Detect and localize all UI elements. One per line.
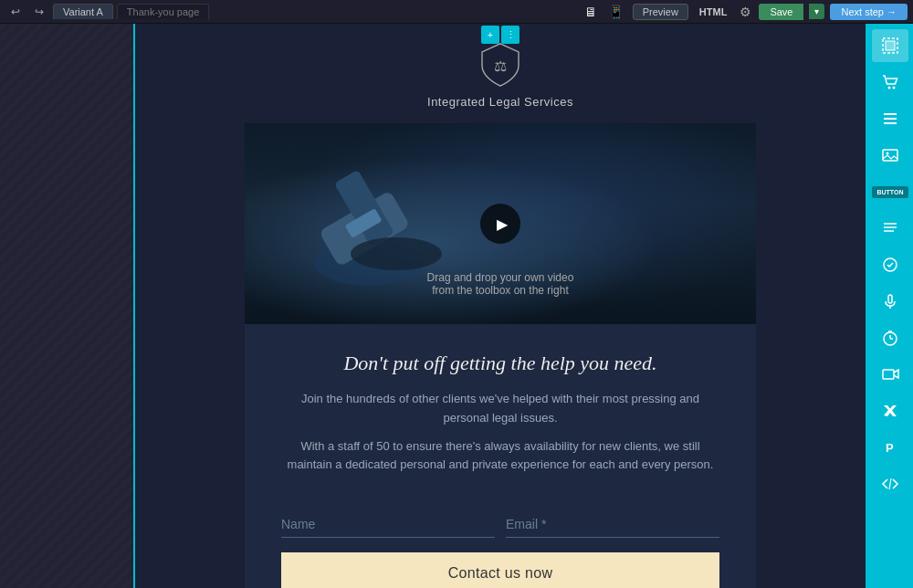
logo-title: Integrated Legal Services — [427, 95, 573, 109]
video-placeholder-text: Drag and drop your own video from the to… — [427, 271, 574, 297]
play-button[interactable]: ▶ — [480, 204, 520, 244]
video-section: ▶ Drag and drop your own video from the … — [245, 123, 756, 324]
variant-tab[interactable]: Variant A — [53, 4, 113, 19]
sidebar-tool-text[interactable] — [872, 212, 908, 245]
paragraph-2: With a staff of 50 to ensure there's alw… — [281, 437, 719, 476]
thankyou-tab[interactable]: Thank-you page — [117, 4, 210, 19]
twitter-icon — [881, 402, 899, 420]
video-play-icon — [881, 365, 899, 383]
image-icon — [881, 146, 899, 164]
code-icon — [881, 475, 899, 493]
text-section: Don't put off getting the help you need.… — [245, 324, 756, 502]
logo-icon: ⚖ — [477, 42, 523, 88]
sidebar-tool-cart[interactable] — [872, 66, 908, 99]
html-button[interactable]: HTML — [694, 5, 733, 19]
next-step-button[interactable]: Next step → — [830, 4, 908, 20]
email-input[interactable] — [506, 511, 719, 538]
preview-button[interactable]: Preview — [633, 4, 688, 20]
canvas-move-button[interactable]: ⋮ — [501, 26, 519, 44]
sidebar-tool-menu[interactable] — [872, 102, 908, 135]
svg-point-8 — [888, 87, 891, 89]
device-switcher: 🖥 📱 — [580, 3, 627, 21]
page-content: ⚖ Integrated Legal Services ▶ — [135, 24, 866, 588]
svg-rect-7 — [886, 41, 895, 50]
menu-icon — [881, 110, 899, 128]
desktop-view-button[interactable]: 🖥 — [580, 3, 602, 21]
audio-icon — [881, 292, 899, 310]
svg-line-27 — [889, 478, 891, 489]
contact-button[interactable]: Contact us now — [281, 552, 719, 588]
button-tool-label: BUTTON — [872, 186, 908, 198]
canvas: + ⋮ ⚖ Integrated Legal Services — [135, 24, 867, 588]
text-lines-icon — [881, 219, 899, 237]
sidebar-tool-video[interactable] — [872, 358, 908, 391]
save-dropdown-button[interactable]: ▾ — [809, 4, 824, 19]
main-headline: Don't put off getting the help you need. — [281, 352, 719, 375]
sidebar-tool-image[interactable] — [872, 139, 908, 172]
svg-rect-25 — [883, 370, 894, 379]
play-icon: ▶ — [497, 215, 508, 233]
toolbar-left: ↩ ↪ Variant A Thank-you page — [5, 2, 574, 22]
sidebar-tool-form[interactable] — [872, 248, 908, 281]
svg-rect-13 — [883, 150, 897, 161]
mobile-view-button[interactable]: 📱 — [605, 3, 627, 21]
right-sidebar: BUTTON — [867, 24, 913, 588]
main-layout: + ⋮ ⚖ Integrated Legal Services — [0, 24, 913, 588]
svg-point-14 — [887, 152, 889, 155]
svg-text:P: P — [886, 441, 894, 455]
cart-icon — [881, 73, 899, 91]
form-row — [281, 511, 719, 538]
timer-icon — [881, 329, 899, 347]
select-icon — [881, 37, 899, 55]
paypal-icon: P — [881, 438, 899, 457]
paragraph-1: Join the hundreds of other clients we've… — [281, 390, 719, 428]
sidebar-tool-select[interactable] — [872, 29, 908, 62]
name-input[interactable] — [281, 511, 495, 538]
sidebar-tool-code[interactable] — [872, 467, 908, 500]
settings-button[interactable]: ⚙ — [738, 3, 753, 21]
save-button[interactable]: Save — [759, 4, 803, 20]
undo-button[interactable]: ↩ — [5, 2, 26, 22]
sidebar-tool-button[interactable]: BUTTON — [872, 175, 908, 208]
svg-point-5 — [351, 237, 442, 270]
form-icon — [881, 256, 899, 274]
canvas-mini-toolbar: + ⋮ — [479, 24, 521, 46]
svg-rect-19 — [888, 295, 892, 303]
sidebar-tool-paypal[interactable]: P — [872, 431, 908, 464]
sidebar-tool-timer[interactable] — [872, 321, 908, 354]
left-gutter — [0, 24, 135, 588]
sidebar-tool-audio[interactable] — [872, 285, 908, 318]
logo-area: ⚖ Integrated Legal Services — [427, 42, 573, 109]
main-toolbar: ↩ ↪ Variant A Thank-you page 🖥 📱 Preview… — [0, 0, 913, 24]
sidebar-tool-twitter[interactable] — [872, 394, 908, 427]
form-section: Contact us now — [245, 502, 756, 588]
svg-text:⚖: ⚖ — [494, 58, 507, 74]
canvas-add-button[interactable]: + — [481, 26, 499, 44]
svg-point-9 — [893, 87, 896, 89]
toolbar-right: 🖥 📱 Preview HTML ⚙ Save ▾ Next step → — [580, 3, 908, 21]
redo-button[interactable]: ↪ — [29, 2, 49, 22]
